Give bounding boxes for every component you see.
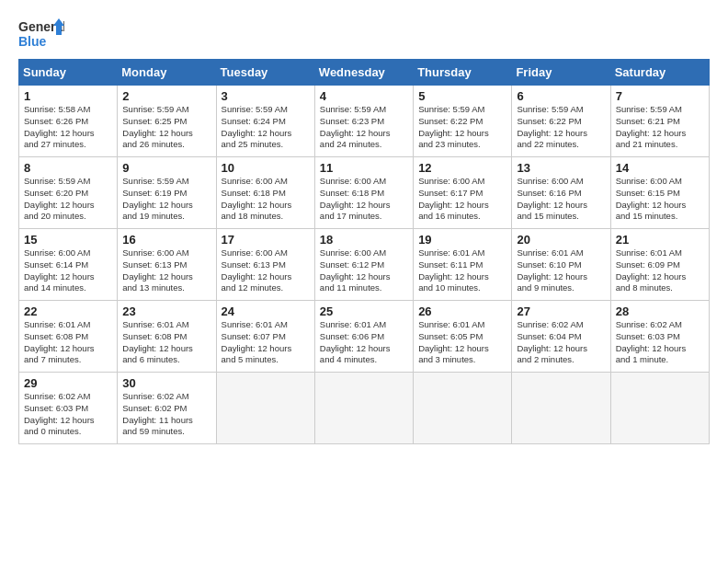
day-info: Sunrise: 6:01 AM Sunset: 6:05 PM Dayligh… [418,319,507,366]
calendar-cell: 21Sunrise: 6:01 AM Sunset: 6:09 PM Dayli… [610,229,709,301]
calendar-cell: 29Sunrise: 6:02 AM Sunset: 6:03 PM Dayli… [19,373,118,444]
day-info: Sunrise: 6:01 AM Sunset: 6:10 PM Dayligh… [517,247,606,294]
calendar-cell [512,373,610,444]
day-info: Sunrise: 5:59 AM Sunset: 6:19 PM Dayligh… [122,176,211,223]
day-number: 26 [418,304,507,318]
calendar-cell: 1Sunrise: 5:58 AM Sunset: 6:26 PM Daylig… [19,86,118,157]
day-number: 22 [24,304,113,318]
calendar-week-row: 29Sunrise: 6:02 AM Sunset: 6:03 PM Dayli… [19,373,710,444]
day-info: Sunrise: 6:02 AM Sunset: 6:03 PM Dayligh… [616,319,705,366]
day-number: 23 [122,304,211,318]
day-info: Sunrise: 6:00 AM Sunset: 6:18 PM Dayligh… [320,176,409,223]
day-number: 14 [616,161,705,175]
day-number: 1 [24,89,113,103]
day-info: Sunrise: 6:01 AM Sunset: 6:09 PM Dayligh… [616,247,705,294]
day-number: 6 [517,89,606,103]
calendar-week-row: 1Sunrise: 5:58 AM Sunset: 6:26 PM Daylig… [19,86,710,157]
day-number: 25 [320,304,409,318]
day-number: 2 [122,89,211,103]
page-container: General Blue SundayMondayTuesdayWednesda… [0,0,728,454]
logo: General Blue [18,17,64,50]
day-number: 28 [616,304,705,318]
day-number: 10 [222,161,311,175]
calendar-cell: 20Sunrise: 6:01 AM Sunset: 6:10 PM Dayli… [512,229,610,301]
day-number: 13 [517,161,606,175]
day-info: Sunrise: 6:00 AM Sunset: 6:14 PM Dayligh… [24,247,113,294]
day-info: Sunrise: 5:59 AM Sunset: 6:24 PM Dayligh… [222,104,311,151]
day-info: Sunrise: 6:00 AM Sunset: 6:13 PM Dayligh… [222,247,311,294]
day-info: Sunrise: 5:58 AM Sunset: 6:26 PM Dayligh… [24,104,113,151]
day-info: Sunrise: 6:01 AM Sunset: 6:06 PM Dayligh… [320,319,409,366]
calendar-cell: 3Sunrise: 5:59 AM Sunset: 6:24 PM Daylig… [216,86,314,157]
calendar-cell: 6Sunrise: 5:59 AM Sunset: 6:22 PM Daylig… [512,86,610,157]
calendar-cell: 23Sunrise: 6:01 AM Sunset: 6:08 PM Dayli… [118,301,216,373]
calendar-cell: 18Sunrise: 6:00 AM Sunset: 6:12 PM Dayli… [314,229,413,301]
logo-svg: General Blue [18,17,64,50]
calendar-cell: 12Sunrise: 6:00 AM Sunset: 6:17 PM Dayli… [414,157,512,229]
day-number: 15 [24,233,113,247]
day-number: 9 [122,161,211,175]
weekday-header-sunday: Sunday [19,60,118,86]
day-number: 8 [24,161,113,175]
calendar-cell [216,373,314,444]
day-number: 3 [222,89,311,103]
day-number: 12 [418,161,507,175]
day-info: Sunrise: 6:01 AM Sunset: 6:11 PM Dayligh… [418,247,507,294]
day-number: 30 [122,376,211,390]
day-info: Sunrise: 5:59 AM Sunset: 6:20 PM Dayligh… [24,176,113,223]
day-info: Sunrise: 5:59 AM Sunset: 6:21 PM Dayligh… [616,104,705,151]
calendar-cell [610,373,709,444]
weekday-header-monday: Monday [118,60,216,86]
day-info: Sunrise: 6:00 AM Sunset: 6:17 PM Dayligh… [418,176,507,223]
day-info: Sunrise: 6:00 AM Sunset: 6:15 PM Dayligh… [616,176,705,223]
weekday-header-friday: Friday [512,60,610,86]
calendar-cell: 17Sunrise: 6:00 AM Sunset: 6:13 PM Dayli… [216,229,314,301]
day-info: Sunrise: 6:00 AM Sunset: 6:16 PM Dayligh… [517,176,606,223]
day-number: 17 [222,233,311,247]
day-number: 20 [517,233,606,247]
day-number: 19 [418,233,507,247]
weekday-header-row: SundayMondayTuesdayWednesdayThursdayFrid… [19,60,710,86]
calendar-cell: 11Sunrise: 6:00 AM Sunset: 6:18 PM Dayli… [314,157,413,229]
day-number: 16 [122,233,211,247]
day-info: Sunrise: 6:01 AM Sunset: 6:08 PM Dayligh… [122,319,211,366]
calendar-cell: 5Sunrise: 5:59 AM Sunset: 6:22 PM Daylig… [414,86,512,157]
day-info: Sunrise: 5:59 AM Sunset: 6:22 PM Dayligh… [418,104,507,151]
day-number: 27 [517,304,606,318]
calendar-week-row: 22Sunrise: 6:01 AM Sunset: 6:08 PM Dayli… [19,301,710,373]
day-number: 5 [418,89,507,103]
day-info: Sunrise: 6:00 AM Sunset: 6:12 PM Dayligh… [320,247,409,294]
calendar-cell: 15Sunrise: 6:00 AM Sunset: 6:14 PM Dayli… [19,229,118,301]
svg-text:Blue: Blue [18,34,47,49]
header-row: General Blue [18,17,710,50]
day-info: Sunrise: 6:00 AM Sunset: 6:13 PM Dayligh… [122,247,211,294]
calendar-cell: 8Sunrise: 5:59 AM Sunset: 6:20 PM Daylig… [19,157,118,229]
day-number: 24 [222,304,311,318]
day-number: 21 [616,233,705,247]
calendar-week-row: 8Sunrise: 5:59 AM Sunset: 6:20 PM Daylig… [19,157,710,229]
calendar-cell [414,373,512,444]
calendar-week-row: 15Sunrise: 6:00 AM Sunset: 6:14 PM Dayli… [19,229,710,301]
calendar-cell: 24Sunrise: 6:01 AM Sunset: 6:07 PM Dayli… [216,301,314,373]
calendar-cell: 19Sunrise: 6:01 AM Sunset: 6:11 PM Dayli… [414,229,512,301]
calendar-cell: 14Sunrise: 6:00 AM Sunset: 6:15 PM Dayli… [610,157,709,229]
calendar-table: SundayMondayTuesdayWednesdayThursdayFrid… [18,59,710,444]
calendar-cell: 7Sunrise: 5:59 AM Sunset: 6:21 PM Daylig… [610,86,709,157]
calendar-cell: 13Sunrise: 6:00 AM Sunset: 6:16 PM Dayli… [512,157,610,229]
day-info: Sunrise: 5:59 AM Sunset: 6:23 PM Dayligh… [320,104,409,151]
day-info: Sunrise: 5:59 AM Sunset: 6:25 PM Dayligh… [122,104,211,151]
calendar-cell: 2Sunrise: 5:59 AM Sunset: 6:25 PM Daylig… [118,86,216,157]
day-number: 4 [320,89,409,103]
calendar-cell: 22Sunrise: 6:01 AM Sunset: 6:08 PM Dayli… [19,301,118,373]
calendar-cell: 30Sunrise: 6:02 AM Sunset: 6:02 PM Dayli… [118,373,216,444]
weekday-header-saturday: Saturday [610,60,709,86]
calendar-cell: 9Sunrise: 5:59 AM Sunset: 6:19 PM Daylig… [118,157,216,229]
calendar-cell: 27Sunrise: 6:02 AM Sunset: 6:04 PM Dayli… [512,301,610,373]
day-info: Sunrise: 5:59 AM Sunset: 6:22 PM Dayligh… [517,104,606,151]
day-info: Sunrise: 6:02 AM Sunset: 6:04 PM Dayligh… [517,319,606,366]
weekday-header-thursday: Thursday [414,60,512,86]
weekday-header-wednesday: Wednesday [314,60,413,86]
calendar-cell [314,373,413,444]
day-number: 11 [320,161,409,175]
day-info: Sunrise: 6:00 AM Sunset: 6:18 PM Dayligh… [222,176,311,223]
